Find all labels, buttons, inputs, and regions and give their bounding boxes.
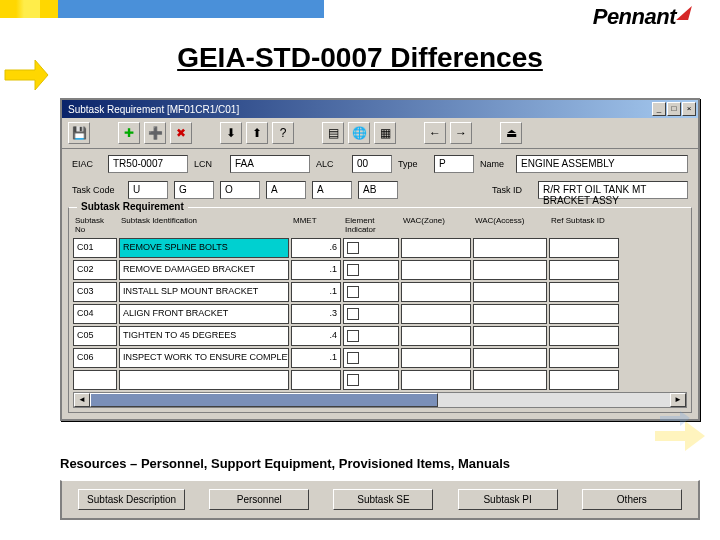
cell-mmet[interactable]: .1 [291,260,341,280]
groupbox-title: Subtask Requirement [77,201,188,212]
cell-empty[interactable] [549,370,619,390]
cell-empty[interactable] [119,370,289,390]
page-icon[interactable]: ▤ [322,122,344,144]
exit-icon[interactable]: ⏏ [500,122,522,144]
cell-ref-subtask[interactable] [549,304,619,324]
cell-wac-zone[interactable] [401,304,471,324]
subtask-pi-button[interactable]: Subtask PI [458,489,558,510]
cell-wac-zone[interactable] [401,348,471,368]
grid-scrollbar[interactable]: ◄ ► [73,392,687,408]
checkbox-icon[interactable] [347,286,359,298]
scroll-left-icon[interactable]: ◄ [74,393,90,407]
save-icon[interactable]: 💾 [68,122,90,144]
subtask-description-button[interactable]: Subtask Description [78,489,185,510]
cell-subtask-id[interactable]: REMOVE SPLINE BOLTS [119,238,289,258]
tc6-field[interactable]: AB [358,181,398,199]
cell-element-indicator[interactable] [343,348,399,368]
checkbox-icon[interactable] [347,352,359,364]
taskid-field[interactable]: R/R FRT OIL TANK MT BRACKET ASSY [538,181,688,199]
cell-subtask-no[interactable]: C03 [73,282,117,302]
scroll-right-icon[interactable]: ► [670,393,686,407]
cell-wac-zone[interactable] [401,282,471,302]
cell-subtask-id[interactable]: INSPECT WORK TO ENSURE COMPLETION [119,348,289,368]
cell-ref-subtask[interactable] [549,238,619,258]
lcn-field[interactable]: FAA [230,155,310,173]
cell-mmet[interactable]: .6 [291,238,341,258]
cell-ref-subtask[interactable] [549,260,619,280]
cell-empty[interactable] [401,370,471,390]
cell-wac-zone[interactable] [401,238,471,258]
cell-wac-access[interactable] [473,326,547,346]
cell-empty[interactable] [73,370,117,390]
cell-empty[interactable] [473,370,547,390]
cell-wac-access[interactable] [473,238,547,258]
cell-mmet[interactable]: .4 [291,326,341,346]
eiac-field[interactable]: TR50-0007 [108,155,188,173]
cell-ref-subtask[interactable] [549,282,619,302]
table-row: C03INSTALL SLP MOUNT BRACKET.1 [73,282,687,302]
personnel-button[interactable]: Personnel [209,489,309,510]
cell-wac-access[interactable] [473,260,547,280]
globe-icon[interactable]: 🌐 [348,122,370,144]
cell-ref-subtask[interactable] [549,326,619,346]
eiac-label: EIAC [72,159,102,169]
close-button[interactable]: × [682,102,696,116]
cell-subtask-no[interactable]: C01 [73,238,117,258]
tc4-field[interactable]: A [266,181,306,199]
cell-mmet[interactable]: .1 [291,282,341,302]
cell-empty[interactable] [343,370,399,390]
upload-icon[interactable]: ⬆ [246,122,268,144]
cell-subtask-id[interactable]: ALIGN FRONT BRACKET [119,304,289,324]
brand-arrow-icon [676,6,692,20]
maximize-button[interactable]: □ [667,102,681,116]
cell-subtask-no[interactable]: C06 [73,348,117,368]
minimize-button[interactable]: _ [652,102,666,116]
cell-ref-subtask[interactable] [549,348,619,368]
tc3-field[interactable]: O [220,181,260,199]
cell-subtask-id[interactable]: TIGHTEN TO 45 DEGREES [119,326,289,346]
tc5-field[interactable]: A [312,181,352,199]
type-field[interactable]: P [434,155,474,173]
checkbox-icon[interactable] [347,264,359,276]
cell-wac-zone[interactable] [401,326,471,346]
lcn-label: LCN [194,159,224,169]
cell-element-indicator[interactable] [343,282,399,302]
cell-element-indicator[interactable] [343,238,399,258]
cell-element-indicator[interactable] [343,304,399,324]
alc-field[interactable]: 00 [352,155,392,173]
name-field[interactable]: ENGINE ASSEMBLY [516,155,688,173]
checkbox-icon[interactable] [347,242,359,254]
grid-header: Subtask No Subtask Identification MMET E… [73,214,687,236]
cell-element-indicator[interactable] [343,260,399,280]
cell-empty[interactable] [291,370,341,390]
others-button[interactable]: Others [582,489,682,510]
subtask-se-button[interactable]: Subtask SE [333,489,433,510]
cell-mmet[interactable]: .3 [291,304,341,324]
cell-subtask-no[interactable]: C02 [73,260,117,280]
delete-icon[interactable]: ✖ [170,122,192,144]
cell-wac-zone[interactable] [401,260,471,280]
cell-mmet[interactable]: .1 [291,348,341,368]
cell-wac-access[interactable] [473,304,547,324]
tc2-field[interactable]: G [174,181,214,199]
grid-icon[interactable]: ▦ [374,122,396,144]
checkbox-icon[interactable] [347,330,359,342]
cell-subtask-id[interactable]: REMOVE DAMAGED BRACKET [119,260,289,280]
table-row: C06INSPECT WORK TO ENSURE COMPLETION.1 [73,348,687,368]
checkbox-icon[interactable] [347,308,359,320]
cell-subtask-no[interactable]: C04 [73,304,117,324]
cell-wac-access[interactable] [473,348,547,368]
cell-subtask-no[interactable]: C05 [73,326,117,346]
download-icon[interactable]: ⬇ [220,122,242,144]
add-icon[interactable]: ➕ [144,122,166,144]
cell-element-indicator[interactable] [343,326,399,346]
col-element: Element Indicator [343,214,399,236]
back-icon[interactable]: ← [424,122,446,144]
cell-subtask-id[interactable]: INSTALL SLP MOUNT BRACKET [119,282,289,302]
help-icon[interactable]: ? [272,122,294,144]
forward-icon[interactable]: → [450,122,472,144]
new-icon[interactable]: ✚ [118,122,140,144]
tc1-field[interactable]: U [128,181,168,199]
cell-wac-access[interactable] [473,282,547,302]
scroll-thumb[interactable] [90,393,438,407]
